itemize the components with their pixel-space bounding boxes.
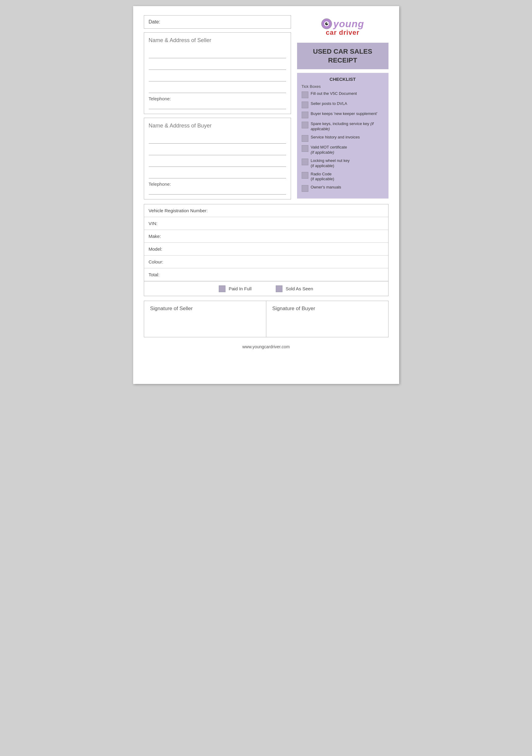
buyer-signature-box: Signature of Buyer [266, 301, 388, 337]
checkbox-6[interactable] [302, 145, 308, 152]
checklist-label-5: Service history and invoices [311, 135, 360, 140]
date-box: Date: [144, 15, 291, 29]
checklist-item-8: Radio Code(if applicable) [302, 172, 384, 182]
checklist-item-7: Locking wheel nut key(if applicable) [302, 158, 384, 169]
footer-url: www.youngcardriver.com [242, 344, 290, 349]
sold-as-seen-label: Sold As Seen [286, 286, 313, 291]
paid-row: Paid In Full Sold As Seen [144, 281, 388, 296]
checklist-label-7: Locking wheel nut key(if applicable) [311, 158, 350, 169]
title-line2: RECEIPT [328, 56, 357, 64]
checklist-label-8: Radio Code(if applicable) [311, 172, 334, 182]
vehicle-row-registration: Vehicle Registration Number: [144, 204, 388, 217]
buyer-telephone-line[interactable] [149, 188, 286, 195]
right-column: young car driver USED CAR SALES RECEIPT … [297, 15, 389, 200]
vehicle-row-make: Make: [144, 230, 388, 243]
paid-in-full-checkbox[interactable] [219, 285, 225, 292]
seller-line-4[interactable] [149, 85, 286, 93]
logo-area: young car driver [297, 15, 389, 39]
paid-in-full-label: Paid In Full [229, 286, 251, 291]
checklist-item-4: Spare keys, including service key (if ap… [302, 122, 384, 132]
title-box: USED CAR SALES RECEIPT [297, 43, 389, 69]
buyer-signature-label: Signature of Buyer [272, 306, 316, 311]
seller-title: Name & Address of Seller [149, 37, 286, 43]
checklist-item-3: Buyer keeps 'new keeper supplement' [302, 111, 384, 118]
checklist-label-6: Valid MOT certificate(if applicable) [311, 145, 347, 155]
top-section: Date: Name & Address of Seller Telephone… [144, 15, 389, 200]
checklist-item-2: Seller posts to DVLA [302, 101, 384, 108]
logo: young car driver [321, 18, 364, 36]
seller-signature-label: Signature of Seller [150, 306, 193, 311]
buyer-line-4[interactable] [149, 170, 286, 178]
vehicle-section: Vehicle Registration Number: VIN: Make: … [144, 204, 389, 296]
checkbox-3[interactable] [302, 112, 308, 118]
seller-telephone-line[interactable] [149, 102, 286, 109]
checklist-item-1: Fill out the V5C Document [302, 91, 384, 98]
vehicle-colour-label: Colour: [149, 259, 219, 264]
vehicle-model-label: Model: [149, 246, 219, 252]
title-text: USED CAR SALES RECEIPT [300, 47, 386, 65]
checkbox-8[interactable] [302, 172, 308, 179]
vehicle-row-model: Model: [144, 243, 388, 256]
seller-signature-box: Signature of Seller [144, 301, 266, 337]
vehicle-total-label: Total: [149, 272, 219, 277]
seller-line-1[interactable] [149, 50, 286, 58]
checklist-box: CHECKLIST Tick Boxes Fill out the V5C Do… [297, 73, 389, 199]
seller-telephone-label: Telephone: [149, 96, 286, 101]
checklist-item-5: Service history and invoices [302, 135, 384, 142]
vehicle-row-vin: VIN: [144, 217, 388, 230]
vehicle-registration-label: Vehicle Registration Number: [149, 208, 219, 213]
buyer-line-3[interactable] [149, 158, 286, 167]
buyer-box: Name & Address of Buyer Telephone: [144, 118, 291, 200]
logo-eye-icon [321, 18, 332, 29]
seller-box: Name & Address of Seller Telephone: [144, 32, 291, 114]
paid-in-full-item: Paid In Full [219, 285, 251, 292]
vehicle-row-colour: Colour: [144, 256, 388, 268]
checklist-label-3: Buyer keeps 'new keeper supplement' [311, 111, 377, 117]
svg-point-2 [325, 22, 328, 25]
sold-as-seen-checkbox[interactable] [276, 285, 283, 292]
checklist-label-1: Fill out the V5C Document [311, 91, 357, 96]
seller-line-3[interactable] [149, 73, 286, 81]
checklist-item-6: Valid MOT certificate(if applicable) [302, 145, 384, 155]
vehicle-vin-label: VIN: [149, 221, 219, 226]
checklist-tick-label: Tick Boxes [302, 84, 384, 89]
left-column: Date: Name & Address of Seller Telephone… [144, 15, 291, 200]
checklist-label-4: Spare keys, including service key (if ap… [311, 122, 384, 132]
date-label: Date: [149, 19, 160, 24]
checkbox-4[interactable] [302, 122, 308, 128]
buyer-title: Name & Address of Buyer [149, 122, 286, 129]
page: Date: Name & Address of Seller Telephone… [133, 6, 399, 384]
vehicle-make-label: Make: [149, 233, 219, 239]
checkbox-5[interactable] [302, 135, 308, 142]
checkbox-1[interactable] [302, 92, 308, 98]
checklist-item-9: Owner's manuals [302, 185, 384, 192]
logo-cardriver-text: car driver [321, 29, 364, 36]
footer: www.youngcardriver.com [144, 342, 389, 349]
checkbox-9[interactable] [302, 185, 308, 192]
signature-section: Signature of Seller Signature of Buyer [144, 301, 389, 337]
logo-young-text: young [333, 19, 364, 29]
checkbox-7[interactable] [302, 159, 308, 165]
svg-point-3 [327, 23, 328, 24]
vehicle-row-total: Total: [144, 268, 388, 281]
buyer-line-2[interactable] [149, 147, 286, 155]
checklist-label-2: Seller posts to DVLA [311, 101, 347, 106]
checklist-title: CHECKLIST [302, 76, 384, 82]
buyer-telephone-label: Telephone: [149, 181, 286, 187]
seller-line-2[interactable] [149, 61, 286, 70]
buyer-line-1[interactable] [149, 135, 286, 144]
logo-top: young [321, 18, 364, 29]
checkbox-2[interactable] [302, 101, 308, 108]
checklist-label-9: Owner's manuals [311, 185, 341, 190]
sold-as-seen-item: Sold As Seen [276, 285, 313, 292]
title-line1: USED CAR SALES [313, 47, 372, 55]
